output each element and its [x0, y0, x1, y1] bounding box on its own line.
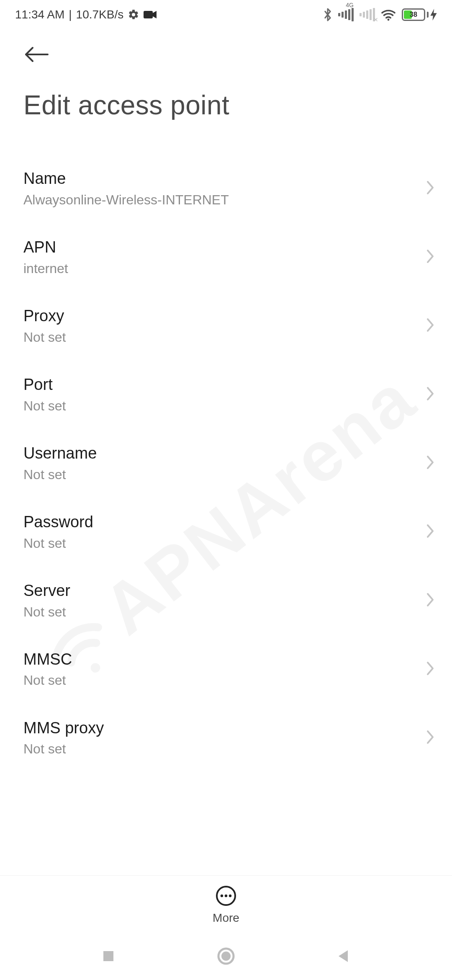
row-title: Password	[23, 513, 417, 532]
status-net-speed: 10.7KB/s	[76, 8, 124, 21]
chevron-right-icon	[425, 454, 435, 472]
svg-point-9	[221, 952, 231, 961]
chevron-right-icon	[425, 523, 435, 541]
chevron-right-icon	[425, 660, 435, 678]
row-proxy[interactable]: Proxy Not set	[0, 291, 452, 360]
signal-sim2-icon: ✕	[360, 8, 375, 21]
row-title: MMS proxy	[23, 719, 417, 738]
row-mms-proxy[interactable]: MMS proxy Not set	[0, 704, 452, 772]
row-title: Username	[23, 444, 417, 463]
signal-sim1-icon: 4G	[338, 8, 354, 21]
android-nav-bar	[0, 934, 452, 980]
row-value: Not set	[23, 741, 417, 757]
bluetooth-icon	[323, 8, 332, 22]
svg-point-4	[221, 894, 223, 897]
chevron-right-icon	[425, 248, 435, 266]
svg-point-6	[229, 894, 231, 897]
row-mmsc[interactable]: MMSC Not set	[0, 635, 452, 704]
row-title: Name	[23, 169, 417, 188]
status-bar: 11:34 AM | 10.7KB/s 4G ✕ 38	[0, 0, 452, 29]
row-value: Not set	[23, 672, 417, 688]
wifi-icon	[381, 8, 396, 21]
status-sep: |	[69, 8, 72, 21]
battery-icon: 38	[402, 8, 437, 21]
row-value: Not set	[23, 604, 417, 620]
more-label: More	[213, 911, 239, 925]
svg-rect-7	[103, 951, 113, 961]
chevron-right-icon	[425, 317, 435, 335]
camera-icon	[144, 10, 157, 19]
row-value: Not set	[23, 329, 417, 345]
row-password[interactable]: Password Not set	[0, 498, 452, 566]
circle-icon	[217, 947, 235, 965]
row-value: Not set	[23, 398, 417, 414]
svg-rect-0	[144, 11, 153, 18]
svg-point-5	[225, 894, 227, 897]
row-username[interactable]: Username Not set	[0, 429, 452, 498]
nav-back-button[interactable]	[336, 949, 351, 965]
more-button[interactable]: More	[213, 885, 239, 925]
status-time: 11:34 AM	[15, 8, 64, 21]
back-button[interactable]	[23, 46, 452, 64]
bottom-toolbar: More	[0, 875, 452, 934]
chevron-right-icon	[425, 729, 435, 747]
row-title: Server	[23, 581, 417, 601]
back-arrow-icon	[23, 46, 50, 63]
row-title: APN	[23, 238, 417, 257]
row-title: Proxy	[23, 307, 417, 326]
row-apn[interactable]: APN internet	[0, 223, 452, 291]
more-icon	[216, 885, 236, 906]
gear-icon	[128, 9, 139, 21]
row-title: Port	[23, 375, 417, 395]
row-value: Not set	[23, 535, 417, 551]
charging-icon	[430, 9, 437, 21]
chevron-right-icon	[425, 591, 435, 610]
chevron-right-icon	[425, 385, 435, 404]
row-name[interactable]: Name Alwaysonline-Wireless-INTERNET	[0, 154, 452, 223]
nav-recent-button[interactable]	[101, 949, 116, 965]
triangle-left-icon	[336, 949, 351, 964]
nav-home-button[interactable]	[217, 947, 235, 967]
row-value: Not set	[23, 467, 417, 482]
row-value: internet	[23, 260, 417, 276]
settings-list: Name Alwaysonline-Wireless-INTERNET APN …	[0, 154, 452, 772]
row-port[interactable]: Port Not set	[0, 360, 452, 429]
square-icon	[101, 949, 116, 964]
row-server[interactable]: Server Not set	[0, 566, 452, 635]
row-title: MMSC	[23, 650, 417, 669]
chevron-right-icon	[425, 179, 435, 198]
row-value: Alwaysonline-Wireless-INTERNET	[23, 192, 417, 208]
page-title: Edit access point	[23, 90, 452, 121]
svg-point-1	[388, 19, 390, 21]
